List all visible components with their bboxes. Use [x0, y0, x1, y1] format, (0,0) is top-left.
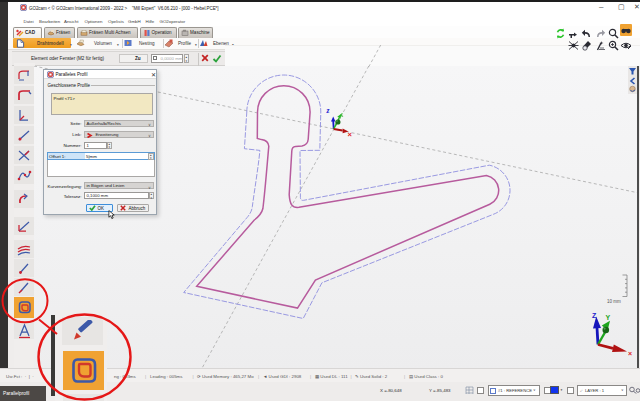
svg-text:z: z [326, 106, 330, 115]
svg-text:Z: Z [592, 312, 597, 319]
svg-text:×: × [348, 130, 353, 139]
svg-text:10 mm: 10 mm [607, 299, 621, 304]
svg-text:Y: Y [606, 314, 611, 321]
svg-text:×: × [628, 350, 632, 357]
